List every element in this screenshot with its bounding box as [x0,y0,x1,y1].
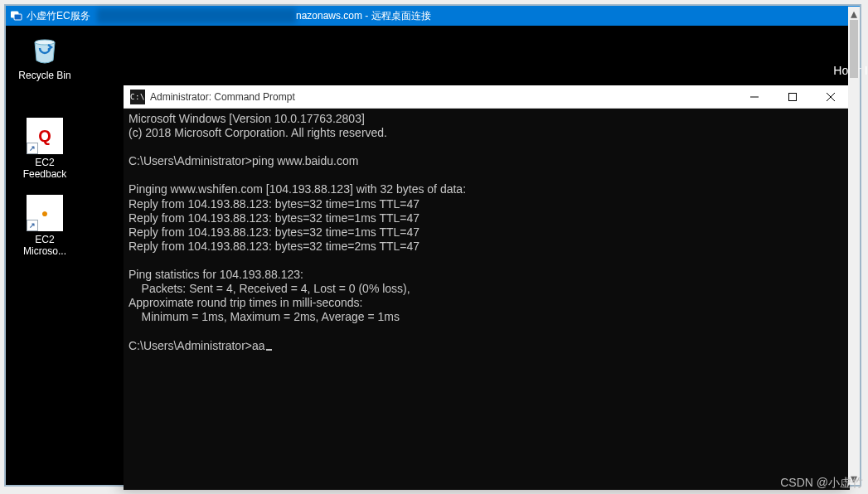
icon-label: EC2 Feedback [12,157,77,181]
minimize-button[interactable] [735,85,773,108]
text-cursor [266,349,272,351]
rdp-title-bar[interactable]: 小虚竹EC服务 nazonaws.com - 远程桌面连接 [6,6,860,26]
remote-desktop-area[interactable]: Hostr Insta Recycle Bin Q ↗ EC2 Feedb [6,26,860,485]
svg-rect-1 [14,14,22,20]
remote-desktop-window: 小虚竹EC服务 nazonaws.com - 远程桌面连接 Hostr Inst… [4,4,861,487]
rdp-icon [11,11,22,21]
watermark-text: CSDN @小虚竹 [780,476,863,491]
rdp-title-left: 小虚竹EC服务 [27,9,90,23]
scroll-up-icon[interactable]: ▴ [848,7,860,20]
icon-label: EC2 Microso... [12,235,77,258]
shortcut-glyph: Q ↗ [27,118,63,154]
desktop-icons-column: Recycle Bin Q ↗ EC2 Feedback ● ↗ EC2 Mic… [12,34,87,272]
ec2-feedback-icon[interactable]: Q ↗ EC2 Feedback [12,118,77,180]
icon-label: Recycle Bin [12,70,77,82]
ec2-microsoft-icon[interactable]: ● ↗ EC2 Microso... [12,195,77,257]
cmd-icon: C:\ [130,90,145,104]
window-buttons [735,85,850,108]
svg-rect-4 [789,93,797,100]
shortcut-arrow-icon: ↗ [27,220,38,231]
maximize-button[interactable] [773,85,812,108]
close-button[interactable] [812,85,850,108]
shortcut-arrow-icon: ↗ [27,143,38,154]
title-blur [97,8,296,23]
cmd-output[interactable]: Microsoft Windows [Version 10.0.17763.28… [124,109,850,490]
scroll-thumb[interactable] [850,20,858,78]
rdp-title-mid: nazonaws.com - 远程桌面连接 [296,9,431,23]
command-prompt-window[interactable]: C:\ Administrator: Command Prompt Micros… [124,85,850,490]
outer-scrollbar[interactable]: ▴ ▾ [848,7,860,485]
shortcut-glyph: ● ↗ [27,195,63,231]
svg-point-2 [35,40,55,45]
cmd-title-bar[interactable]: C:\ Administrator: Command Prompt [124,85,850,109]
recycle-bin-icon[interactable]: Recycle Bin [12,34,77,96]
cmd-window-title: Administrator: Command Prompt [150,91,735,103]
